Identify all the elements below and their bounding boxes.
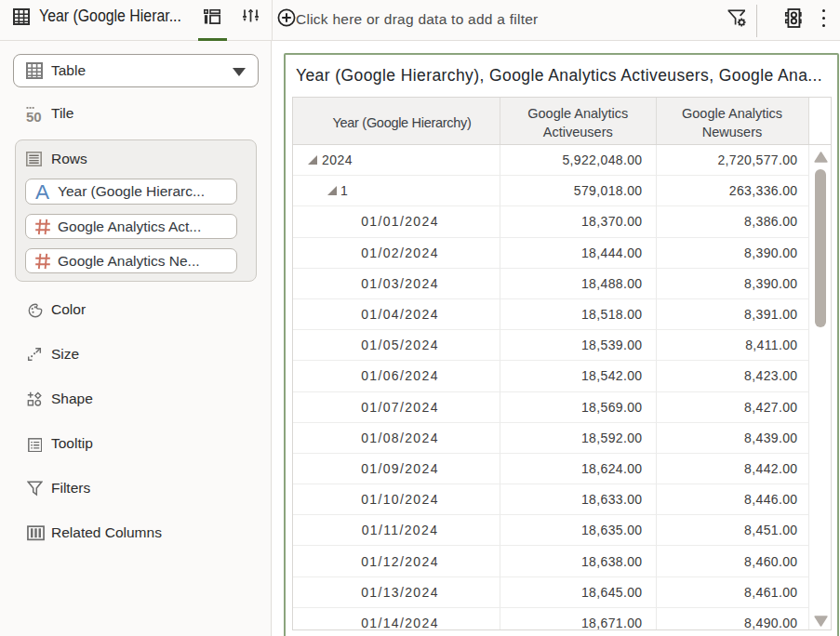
svg-text:50: 50 bbox=[26, 109, 42, 125]
